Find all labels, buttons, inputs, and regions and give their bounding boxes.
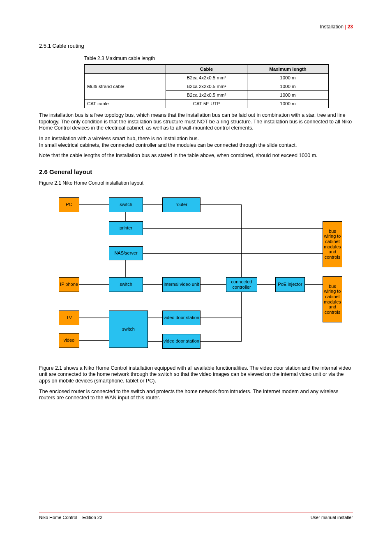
table-row: Multi-strand cable B2ca 4x2x0.5 mm² 1000… bbox=[85, 74, 329, 82]
table-cell: Multi-strand cable bbox=[85, 74, 166, 100]
node-switch-2: switch bbox=[109, 277, 143, 292]
table-cell: 1000 m bbox=[247, 100, 329, 108]
paragraph: Note that the cable lengths of the insta… bbox=[39, 153, 353, 159]
table-cell: 1000 m bbox=[247, 82, 329, 91]
page-header: Installation | 23 bbox=[320, 24, 353, 30]
cable-length-table: Cable Maximum length Multi-strand cable … bbox=[84, 64, 329, 108]
table-caption: Table 2.3 Maximum cable length bbox=[84, 56, 353, 61]
table-cell: CAT cable bbox=[85, 100, 166, 108]
node-vds: internal video unit bbox=[162, 277, 201, 292]
table-cell: CAT 5E UTP bbox=[166, 100, 247, 108]
paragraph: Figure 2.1 shows a Niko Home Control ins… bbox=[39, 365, 353, 385]
table-cell: 1000 m bbox=[247, 91, 329, 100]
layout-diagram: PC switch router printer NAS/server IP p… bbox=[39, 188, 353, 361]
node-phone: IP phone bbox=[59, 277, 79, 292]
node-poe: PoE injector bbox=[275, 277, 305, 292]
footer-right: User manual installer bbox=[311, 515, 353, 520]
paragraph: The installation bus is a free topology … bbox=[39, 112, 353, 132]
chapter-title: Installation bbox=[320, 24, 343, 30]
footer-left: Niko Home Control – Edition 22 bbox=[39, 515, 102, 520]
node-pc: PC bbox=[59, 197, 79, 212]
section-heading: 2.5.1 Cable routing bbox=[39, 43, 353, 49]
node-ext2: bus wiring to cabinet modules and contro… bbox=[323, 276, 342, 322]
node-ext1: bus wiring to cabinet modules and contro… bbox=[323, 221, 342, 267]
figure-caption: Figure 2.1 Niko Home Control installatio… bbox=[39, 180, 353, 186]
table-header: Maximum length bbox=[247, 65, 329, 74]
table-cell: B2ca 2x2x0.5 mm² bbox=[166, 82, 247, 91]
page-number: 23 bbox=[348, 24, 353, 30]
table-header: Cable bbox=[166, 65, 247, 74]
node-tv: TV bbox=[59, 310, 79, 325]
node-cc: connected controller bbox=[226, 277, 257, 292]
node-dvs2: video door station bbox=[162, 334, 201, 349]
paragraph: In an installation with a wireless smart… bbox=[39, 136, 353, 148]
table-cell: B2ca 4x2x0.5 mm² bbox=[166, 74, 247, 82]
node-nas: NAS/server bbox=[109, 246, 143, 260]
node-switch-3: switch bbox=[109, 310, 148, 348]
table-cell: 1000 m bbox=[247, 74, 329, 82]
node-printer: printer bbox=[109, 221, 143, 235]
node-router: router bbox=[162, 197, 201, 212]
heading-general-layout: 2.6 General layout bbox=[39, 168, 353, 175]
paragraph: The enclosed router is connected to the … bbox=[39, 389, 353, 401]
node-switch: switch bbox=[109, 197, 143, 212]
page-footer: Niko Home Control – Edition 22 User manu… bbox=[39, 512, 353, 520]
table-cell: B2ca 1x2x0.5 mm² bbox=[166, 91, 247, 100]
node-video: video bbox=[59, 333, 79, 348]
node-dvs1: video door station bbox=[162, 310, 201, 325]
table-row: CAT cable CAT 5E UTP 1000 m bbox=[85, 100, 329, 108]
table-header bbox=[85, 65, 166, 74]
